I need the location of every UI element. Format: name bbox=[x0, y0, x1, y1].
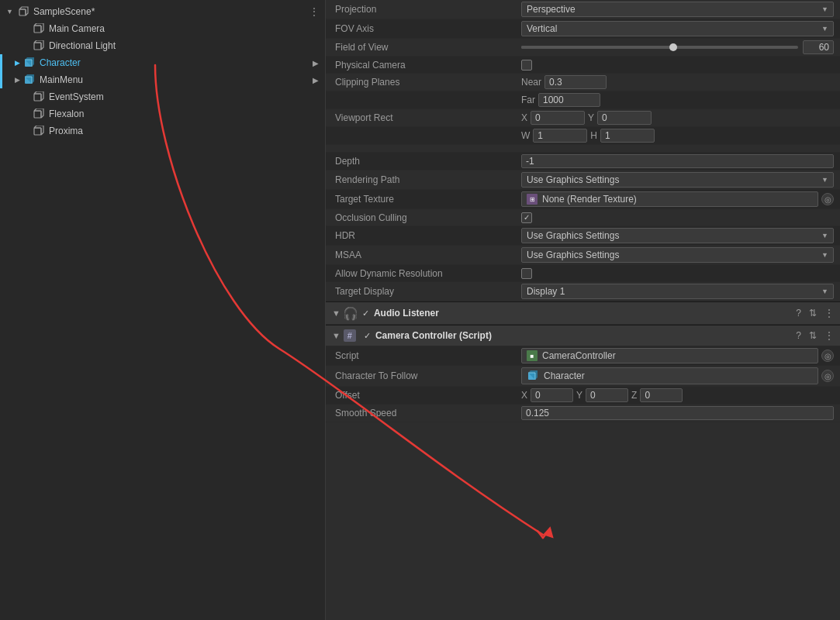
flexalon-icon bbox=[33, 108, 45, 120]
viewport-x-input[interactable]: 0 bbox=[531, 111, 585, 125]
audio-listener-settings-icon[interactable]: ⇅ bbox=[809, 308, 817, 319]
character-to-follow-value: Character ◎ bbox=[521, 367, 834, 384]
character-follow-text: Character bbox=[544, 370, 585, 381]
offset-z-input[interactable]: 0 bbox=[640, 388, 683, 402]
viewport-w-input[interactable]: 1 bbox=[533, 129, 587, 143]
character-to-follow-row: Character To Follow Character ◎ bbox=[326, 366, 840, 387]
script-file-icon: ■ bbox=[527, 350, 538, 361]
rendering-path-value: Use Graphics Settings ▼ bbox=[521, 172, 834, 188]
camera-controller-controls: ? ⇅ ⋮ bbox=[796, 330, 834, 341]
target-display-dropdown[interactable]: Display 1 ▼ bbox=[521, 284, 834, 299]
audio-listener-header[interactable]: ▼ 🎧 ✓ Audio Listener ? ⇅ ⋮ bbox=[326, 301, 840, 325]
svg-rect-18 bbox=[34, 111, 41, 118]
audio-listener-help-icon[interactable]: ? bbox=[796, 308, 801, 319]
audio-listener-check[interactable]: ✓ bbox=[362, 308, 369, 319]
camera-controller-header[interactable]: ▼ # ✓ Camera Controller (Script) ? ⇅ ⋮ bbox=[326, 325, 840, 346]
near-input[interactable]: 0.3 bbox=[544, 75, 607, 89]
character-follow-select-btn[interactable]: ◎ bbox=[821, 370, 834, 382]
audio-listener-icon: 🎧 bbox=[344, 306, 358, 320]
svg-rect-21 bbox=[34, 128, 41, 135]
script-label: Script bbox=[335, 350, 521, 361]
offset-value: X 0 Y 0 Z 0 bbox=[521, 388, 834, 402]
tree-item-mainmenu[interactable]: ▶ MainMenu ▶ bbox=[0, 71, 325, 88]
scene-icon bbox=[18, 6, 29, 17]
viewport-y-input[interactable]: 0 bbox=[597, 111, 652, 125]
audio-listener-title: Audio Listener bbox=[374, 308, 439, 319]
script-field[interactable]: ■ CameraController bbox=[521, 348, 818, 363]
fov-slider-container: 60 bbox=[521, 40, 834, 54]
tree-item-flexalon[interactable]: Flexalon bbox=[0, 105, 325, 122]
character-follow-field[interactable]: Character bbox=[521, 367, 818, 384]
camera-controller-menu-icon[interactable]: ⋮ bbox=[824, 330, 834, 341]
audio-listener-menu-icon[interactable]: ⋮ bbox=[824, 308, 834, 319]
fov-slider-fill bbox=[521, 46, 673, 49]
depth-label: Depth bbox=[335, 156, 521, 167]
arrow-placeholder bbox=[22, 24, 31, 33]
msaa-value: Use Graphics Settings ▼ bbox=[521, 247, 834, 263]
smooth-speed-input[interactable]: 0.125 bbox=[521, 406, 834, 420]
viewport-rect-xy-value: X 0 Y 0 bbox=[521, 111, 834, 125]
tree-item-eventsystem[interactable]: EventSystem bbox=[0, 88, 325, 105]
scene-collapse-arrow[interactable]: ▼ bbox=[6, 8, 13, 16]
tree-item-directional-light[interactable]: Directional Light bbox=[0, 37, 325, 54]
projection-dropdown[interactable]: Perspective ▼ bbox=[521, 2, 834, 17]
target-texture-label: Target Texture bbox=[335, 194, 521, 205]
eventsystem-label: EventSystem bbox=[49, 91, 104, 102]
target-texture-select-btn[interactable]: ◎ bbox=[821, 193, 834, 205]
rendering-path-dropdown[interactable]: Use Graphics Settings ▼ bbox=[521, 172, 834, 188]
camera-controller-title: Camera Controller (Script) bbox=[375, 330, 492, 341]
physical-camera-checkbox[interactable] bbox=[521, 60, 532, 71]
fov-axis-dropdown[interactable]: Vertical ▼ bbox=[521, 21, 834, 36]
camera-controller-help-icon[interactable]: ? bbox=[796, 330, 801, 341]
scene-menu-icon[interactable]: ⋮ bbox=[309, 6, 319, 17]
smooth-speed-value: 0.125 bbox=[521, 406, 834, 420]
eventsystem-icon bbox=[33, 91, 45, 103]
hdr-value: Use Graphics Settings ▼ bbox=[521, 228, 834, 243]
projection-value: Perspective ▼ bbox=[521, 2, 834, 17]
occlusion-culling-checkbox[interactable]: ✓ bbox=[521, 212, 532, 223]
viewport-rect-wh-row: W 1 H 1 bbox=[326, 127, 840, 145]
inspector-panel: Projection Perspective ▼ FOV Axis Vertic… bbox=[326, 0, 840, 620]
arrow-placeholder-2 bbox=[22, 41, 31, 50]
far-input[interactable]: 1000 bbox=[538, 93, 600, 107]
tree-item-proxima[interactable]: Proxima bbox=[0, 122, 325, 140]
offset-x-input[interactable]: 0 bbox=[531, 388, 573, 402]
bottom-spacer bbox=[326, 422, 840, 438]
smooth-speed-label: Smooth Speed bbox=[335, 408, 521, 418]
rendering-path-row: Rendering Path Use Graphics Settings ▼ bbox=[326, 170, 840, 190]
fov-slider-track[interactable] bbox=[521, 46, 798, 49]
script-select-btn[interactable]: ◎ bbox=[821, 350, 834, 362]
offset-y-input[interactable]: 0 bbox=[586, 388, 628, 402]
depth-row: Depth -1 bbox=[326, 153, 840, 170]
target-display-dropdown-arrow: ▼ bbox=[821, 288, 828, 295]
rendering-path-label: Rendering Path bbox=[335, 174, 521, 185]
camera-controller-settings-icon[interactable]: ⇅ bbox=[809, 330, 817, 341]
fov-axis-value: Vertical ▼ bbox=[521, 21, 834, 36]
camera-controller-collapse-arrow: ▼ bbox=[332, 331, 340, 340]
tree-item-character[interactable]: ▶ Character ▶ bbox=[0, 54, 325, 71]
target-texture-value: ⊞ None (Render Texture) ◎ bbox=[521, 191, 834, 207]
dynamic-resolution-checkbox[interactable] bbox=[521, 268, 532, 279]
blue-bar-mainmenu bbox=[0, 71, 2, 88]
viewport-h-input[interactable]: 1 bbox=[600, 129, 655, 143]
target-texture-field[interactable]: ⊞ None (Render Texture) bbox=[521, 191, 818, 207]
depth-input[interactable]: -1 bbox=[521, 154, 834, 168]
script-row: Script ■ CameraController ◎ bbox=[326, 346, 840, 366]
offset-x-label: X bbox=[521, 390, 527, 401]
arrow-placeholder-3 bbox=[22, 92, 31, 102]
character-ref-icon bbox=[527, 370, 539, 382]
character-expand-arrow[interactable]: ▶ bbox=[12, 58, 22, 67]
smooth-speed-row: Smooth Speed 0.125 bbox=[326, 405, 840, 422]
hdr-dropdown[interactable]: Use Graphics Settings ▼ bbox=[521, 228, 834, 243]
fov-label: Field of View bbox=[335, 42, 521, 53]
mainmenu-expand-arrow[interactable]: ▶ bbox=[12, 75, 22, 84]
fov-input[interactable]: 60 bbox=[803, 40, 834, 54]
hdr-label: HDR bbox=[335, 230, 521, 241]
tree-item-main-camera[interactable]: Main Camera bbox=[0, 20, 325, 37]
hdr-dropdown-arrow: ▼ bbox=[821, 232, 828, 239]
offset-row: Offset X 0 Y 0 Z 0 bbox=[326, 387, 840, 405]
msaa-dropdown[interactable]: Use Graphics Settings ▼ bbox=[521, 247, 834, 263]
camera-controller-check[interactable]: ✓ bbox=[364, 331, 371, 341]
hierarchy-panel: ▼ SampleScene* ⋮ bbox=[0, 0, 326, 620]
render-texture-icon: ⊞ bbox=[527, 194, 538, 205]
